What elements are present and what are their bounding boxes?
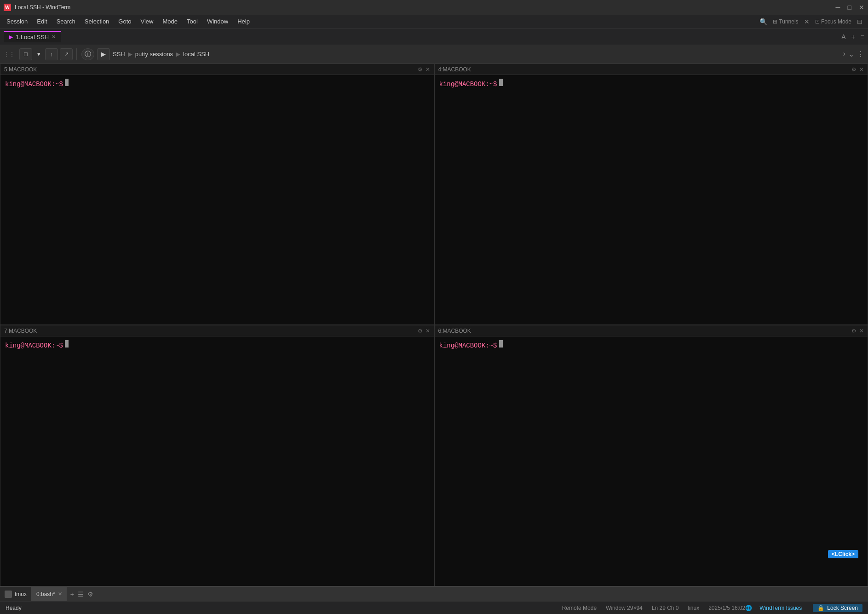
pane-7-content[interactable]: king@MACBOOK:~$ <box>0 336 434 586</box>
window-controls: ─ □ ✕ <box>836 4 864 11</box>
lclick-badge: <LClick> <box>828 550 858 558</box>
menu-bar: Session Edit Search Selection Goto View … <box>0 15 868 29</box>
pane-5-title: 5:MACBOOK <box>4 66 418 73</box>
lock-screen-label: Lock Screen <box>827 605 858 611</box>
pane-5-controls: ⚙ ✕ <box>418 66 430 73</box>
toolbar: ⋮⋮ □ ▾ ↑ ↗ ⓘ ▶ SSH ▶ putty sessions ▶ lo… <box>0 45 868 64</box>
pane-down-button[interactable]: ▾ <box>34 50 43 59</box>
menu-tool[interactable]: Tool <box>182 16 202 27</box>
terminal-pane-6[interactable]: 6:MACBOOK ⚙ ✕ king@MACBOOK:~$ <LClick> <box>434 325 868 586</box>
info-button[interactable]: ⓘ <box>81 48 94 60</box>
focus-mode-button[interactable]: ⊡ Focus Mode <box>815 18 851 25</box>
pane-6-close-icon[interactable]: ✕ <box>859 328 864 334</box>
play-button[interactable]: ▶ <box>97 48 110 60</box>
menu-search[interactable]: Search <box>52 16 80 27</box>
pane-7-prompt: king@MACBOOK:~$ <box>5 340 429 349</box>
close-button[interactable]: ✕ <box>859 4 864 11</box>
tab-bar-actions: A + ≡ <box>841 33 864 41</box>
status-right: 🌐 WindTerm Issues 🔒 Lock Screen <box>745 604 862 612</box>
more-options-icon[interactable]: ⋮ <box>857 50 864 58</box>
pane-7-cursor <box>65 340 69 348</box>
pane-6-controls: ⚙ ✕ <box>851 328 864 334</box>
pane-7-title: 7:MACBOOK <box>4 328 418 334</box>
pane-4-prompt-text: king@MACBOOK:~$ <box>439 81 497 88</box>
new-pane-button[interactable]: □ <box>19 48 32 60</box>
breadcrumb-sep-2: ▶ <box>176 51 180 58</box>
tmux-list-button[interactable]: ☰ <box>78 591 84 598</box>
tmux-label: tmux <box>15 591 27 597</box>
tab-menu-button[interactable]: ≡ <box>861 33 864 41</box>
minimize-button[interactable]: ─ <box>836 4 840 11</box>
lock-screen-button[interactable]: 🔒 Lock Screen <box>813 604 862 612</box>
status-network-icon: 🌐 <box>745 605 752 611</box>
breadcrumb-local-ssh: local SSH <box>183 51 209 58</box>
pane-4-cursor <box>499 79 503 86</box>
menu-view[interactable]: View <box>136 16 158 27</box>
pane-5-close-icon[interactable]: ✕ <box>425 66 430 73</box>
menu-window[interactable]: Window <box>202 16 233 27</box>
breadcrumb: SSH ▶ putty sessions ▶ local SSH <box>113 51 209 58</box>
menu-goto[interactable]: Goto <box>114 16 136 27</box>
pane-4-title: 4:MACBOOK <box>438 66 852 73</box>
pane-5-prompt-text: king@MACBOOK:~$ <box>5 81 63 88</box>
new-tab-button[interactable]: + <box>851 33 855 41</box>
pane-4-prompt: king@MACBOOK:~$ <box>439 79 863 88</box>
pane-6-title-bar: 6:MACBOOK ⚙ ✕ <box>435 325 868 336</box>
pane-6-cursor <box>499 340 503 348</box>
status-datetime: 2025/1/5 16:02 <box>708 605 745 611</box>
status-bar: Ready Remote Mode Window 29×94 Ln 29 Ch … <box>0 601 868 614</box>
tunnels-button[interactable]: ⊞ Tunnels <box>773 18 798 25</box>
menu-edit[interactable]: Edit <box>32 16 52 27</box>
tab-arrow-icon: ▶ <box>9 34 13 40</box>
menu-help[interactable]: Help <box>233 16 254 27</box>
tmux-window-0[interactable]: 0:bash* ✕ <box>31 587 67 601</box>
breadcrumb-ssh: SSH <box>113 51 125 58</box>
breadcrumb-putty: putty sessions <box>135 51 173 58</box>
pane-7-controls: ⚙ ✕ <box>418 328 430 334</box>
split-horizontal-button[interactable]: ↑ <box>45 48 58 60</box>
tmux-settings-button[interactable]: ⚙ <box>87 591 93 598</box>
chevron-down-icon[interactable]: ⌄ <box>848 50 854 58</box>
maximize-button[interactable]: □ <box>848 4 851 11</box>
terminal-pane-7[interactable]: 7:MACBOOK ⚙ ✕ king@MACBOOK:~$ <box>0 325 434 586</box>
tmux-bar: tmux 0:bash* ✕ + ☰ ⚙ <box>0 586 868 601</box>
split-vertical-button[interactable]: ↗ <box>60 48 73 60</box>
pane-7-prompt-text: king@MACBOOK:~$ <box>5 342 63 349</box>
toolbar-right-actions: › ⌄ ⋮ <box>843 50 864 58</box>
tab-local-ssh[interactable]: ▶ 1.Local SSH ✕ <box>4 31 61 42</box>
tmux-add-button[interactable]: + <box>70 591 74 598</box>
pane-4-content[interactable]: king@MACBOOK:~$ <box>435 75 868 324</box>
pane-4-close-icon[interactable]: ✕ <box>859 66 864 73</box>
pane-5-settings-icon[interactable]: ⚙ <box>418 66 423 73</box>
font-size-button[interactable]: A <box>841 33 845 41</box>
tmux-actions: + ☰ ⚙ <box>67 591 97 598</box>
drag-handle-icon: ⋮⋮ <box>4 51 15 58</box>
pane-7-settings-icon[interactable]: ⚙ <box>418 328 423 334</box>
status-remote-mode: Remote Mode <box>562 605 597 611</box>
tmux-logo-icon <box>5 591 12 598</box>
status-issues-link[interactable]: WindTerm Issues <box>759 605 802 611</box>
tab-close-button[interactable]: ✕ <box>52 34 56 40</box>
terminal-pane-5[interactable]: 5:MACBOOK ⚙ ✕ king@MACBOOK:~$ <box>0 64 434 325</box>
search-icon[interactable]: 🔍 <box>759 18 767 25</box>
pane-6-settings-icon[interactable]: ⚙ <box>851 328 857 334</box>
pane-4-settings-icon[interactable]: ⚙ <box>851 66 857 73</box>
tab-label: 1.Local SSH <box>16 34 49 41</box>
terminal-grid: 5:MACBOOK ⚙ ✕ king@MACBOOK:~$ 4:MACBOOK … <box>0 64 868 586</box>
pane-5-title-bar: 5:MACBOOK ⚙ ✕ <box>0 64 434 75</box>
pane-5-prompt: king@MACBOOK:~$ <box>5 79 429 88</box>
close-icon[interactable]: ✕ <box>804 18 810 25</box>
app-icon: W <box>4 4 11 11</box>
title-bar: W Local SSH - WindTerm ─ □ ✕ <box>0 0 868 15</box>
menu-mode[interactable]: Mode <box>158 16 182 27</box>
menu-session[interactable]: Session <box>2 16 32 27</box>
terminal-pane-4[interactable]: 4:MACBOOK ⚙ ✕ king@MACBOOK:~$ <box>434 64 868 325</box>
pane-7-close-icon[interactable]: ✕ <box>425 328 430 334</box>
chevron-right-icon[interactable]: › <box>843 50 845 58</box>
menu-selection[interactable]: Selection <box>80 16 114 27</box>
tab-bar: ▶ 1.Local SSH ✕ A + ≡ <box>0 29 868 45</box>
pane-5-content[interactable]: king@MACBOOK:~$ <box>0 75 434 324</box>
layout-icon[interactable]: ⊟ <box>857 18 862 25</box>
tmux-window-close[interactable]: ✕ <box>58 591 62 597</box>
pane-6-content[interactable]: king@MACBOOK:~$ <box>435 336 868 586</box>
